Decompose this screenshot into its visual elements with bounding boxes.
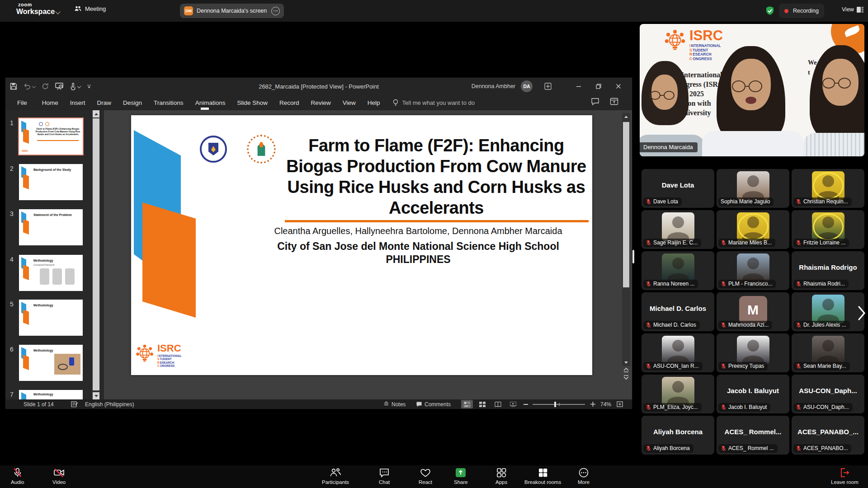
participant-tile[interactable]: Fritzie Lorraine ...: [792, 210, 864, 249]
language-indicator[interactable]: English (Philippines): [85, 399, 134, 409]
slideshow-view-button[interactable]: [507, 400, 519, 408]
share-ribbon-icon[interactable]: [610, 98, 618, 105]
video-button[interactable]: Video: [52, 467, 66, 485]
screen-share-tab[interactable]: DM Dennona Marcaida's screen: [180, 4, 284, 18]
spellcheck-icon[interactable]: [71, 401, 78, 408]
participant-tile[interactable]: Sophia Marie Jaguio: [717, 169, 789, 208]
menu-tab-draw[interactable]: Draw: [91, 95, 118, 110]
participants-button[interactable]: Participants: [322, 467, 349, 485]
recording-indicator[interactable]: Recording: [779, 4, 824, 18]
participant-tile[interactable]: PLM_Eliza, Joyc...: [642, 375, 714, 413]
thumbnail-scrollbar[interactable]: [92, 110, 100, 399]
slide-thumbnail-1[interactable]: Farm to Flame (F2F): Enhancing Biogas Pr…: [19, 118, 83, 155]
scroll-down-icon[interactable]: [93, 392, 99, 399]
slide-scrollbar[interactable]: [622, 113, 630, 366]
participant-tile[interactable]: Rhaismia RodrigoRhaismia Rodri...: [792, 251, 864, 290]
participant-tile[interactable]: Sage Raijin E. C...: [642, 210, 714, 249]
account-name[interactable]: Dennona Ambher: [472, 78, 515, 95]
menu-tab-file[interactable]: File: [5, 95, 36, 110]
zoom-out-button[interactable]: [524, 399, 528, 409]
save-icon[interactable]: [10, 83, 17, 90]
apps-button[interactable]: Apps: [495, 467, 507, 485]
participant-tile[interactable]: Ranna Noreen ...: [642, 251, 714, 290]
menu-tab-view[interactable]: View: [337, 95, 362, 110]
zoom-percent[interactable]: 74%: [600, 399, 611, 409]
next-page-chevron[interactable]: [858, 305, 866, 321]
scroll-up-icon[interactable]: [623, 113, 629, 120]
participant-tile[interactable]: Jacob I. BaluyutJacob I. Baluyut: [717, 375, 789, 413]
view-button[interactable]: View: [842, 6, 863, 13]
chat-button[interactable]: Chat: [379, 467, 390, 485]
participant-tile[interactable]: Dave LotaDave Lota: [642, 169, 714, 208]
restore-button[interactable]: [589, 78, 609, 95]
ribbon-options-icon[interactable]: [544, 83, 552, 90]
menu-tab-review[interactable]: Review: [305, 95, 337, 110]
start-slideshow-icon[interactable]: [55, 83, 63, 90]
slide-indicator[interactable]: Slide 1 of 14: [24, 399, 54, 409]
tell-me-search[interactable]: Tell me what you want to do: [392, 99, 475, 106]
slide-thumbnail-4[interactable]: MethodologyConceptual Framework: [19, 255, 83, 291]
touch-mode-icon[interactable]: [70, 83, 76, 90]
participant-tile[interactable]: Mariane Miles B...: [717, 210, 789, 249]
participant-tile[interactable]: MMahmooda Azi...: [717, 292, 789, 331]
participant-tile[interactable]: ACES_PANABO_...ACES_PANABO...: [792, 416, 864, 455]
fit-to-window-icon[interactable]: [617, 399, 623, 409]
scroll-up-icon[interactable]: [93, 110, 99, 117]
slide-sorter-view-button[interactable]: [476, 400, 488, 408]
menu-tab-help[interactable]: Help: [362, 95, 386, 110]
comments-button[interactable]: Comments: [416, 399, 451, 409]
leave-room-button[interactable]: Leave room: [831, 467, 859, 485]
participant-tile[interactable]: PLM - Francisco...: [717, 251, 789, 290]
participant-tile[interactable]: Michael D. CarlosMichael D. Carlos: [642, 292, 714, 331]
close-button[interactable]: [609, 78, 628, 95]
normal-view-button[interactable]: [461, 400, 473, 408]
next-slide-button[interactable]: [623, 375, 629, 380]
menu-tab-record[interactable]: Record: [274, 95, 305, 110]
menu-tab-design[interactable]: Design: [117, 95, 148, 110]
scrollbar-thumb[interactable]: [623, 122, 629, 287]
share-button[interactable]: Share: [454, 467, 468, 485]
audio-button[interactable]: Audio: [11, 467, 24, 485]
minimize-button[interactable]: [569, 78, 589, 95]
ppt-status-bar: Slide 1 of 14 English (Philippines) Note…: [5, 399, 632, 409]
zoom-slider[interactable]: [533, 399, 585, 409]
tab-meeting[interactable]: Meeting: [74, 5, 106, 12]
customize-toolbar-icon[interactable]: [87, 84, 91, 89]
participant-tile[interactable]: ASU-CON_Ian R...: [642, 333, 714, 372]
previous-slide-button[interactable]: [623, 367, 629, 372]
participant-tile[interactable]: ASU-CON_Daph...ASU-CON_Daph...: [792, 375, 864, 413]
participant-tile[interactable]: Aliyah BorcenaAliyah Borcena: [642, 416, 714, 455]
account-avatar[interactable]: DA: [521, 80, 533, 92]
breakout-rooms-button[interactable]: Breakout rooms: [524, 467, 561, 485]
panel-resize-handle[interactable]: [632, 250, 634, 263]
menu-tab-home[interactable]: Home: [36, 95, 64, 110]
react-button[interactable]: React: [419, 467, 432, 485]
menu-tab-transitions[interactable]: Transitions: [148, 95, 189, 110]
slide-thumbnail-6[interactable]: Methodology: [19, 345, 83, 381]
participant-tile[interactable]: Christian Requin...: [792, 169, 864, 208]
comments-bubble-icon[interactable]: [591, 98, 599, 105]
slide-thumbnail-panel: 1Farm to Flame (F2F): Enhancing Biogas P…: [5, 110, 104, 399]
participant-tile[interactable]: Preexcy Tupas: [717, 333, 789, 372]
menu-tab-animations[interactable]: Animations: [189, 95, 231, 110]
participant-tile[interactable]: Sean Marie Bay...: [792, 333, 864, 372]
participant-tile[interactable]: Dr. Jules Alexis ...: [792, 292, 864, 331]
zoom-slider-handle[interactable]: [554, 402, 556, 407]
slide-thumbnail-5[interactable]: Methodology: [19, 300, 83, 336]
menu-tab-slide-show[interactable]: Slide Show: [231, 95, 274, 110]
security-shield-icon[interactable]: [765, 6, 775, 16]
active-speaker-video[interactable]: ISRCINTERNATIONALSTUDENTRESEARCHCONGRESS…: [640, 24, 864, 156]
chevron-down-icon[interactable]: [55, 9, 60, 14]
scrollbar-thumb[interactable]: [93, 118, 99, 390]
participant-tile[interactable]: ACES_ Rommel...ACES_ Rommel ...: [717, 416, 789, 455]
slide-thumbnail-2[interactable]: Background of the Study: [19, 164, 83, 200]
notes-button[interactable]: Notes: [383, 399, 406, 409]
menu-tab-insert[interactable]: Insert: [64, 95, 91, 110]
slide-thumbnail-7[interactable]: Methodology: [19, 390, 83, 399]
zoom-in-button[interactable]: [590, 399, 595, 409]
more-button[interactable]: More: [578, 467, 590, 485]
reading-view-button[interactable]: [492, 400, 504, 408]
more-options-icon[interactable]: [271, 7, 280, 15]
scroll-down-icon[interactable]: [623, 359, 629, 366]
slide-thumbnail-3[interactable]: Statement of the Problem: [19, 209, 83, 245]
